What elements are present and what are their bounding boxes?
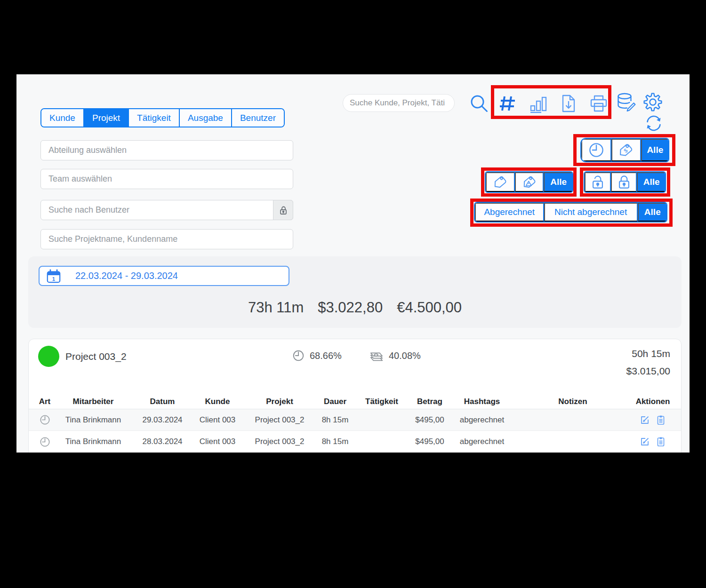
- entry-type-toggle: $ Alle: [580, 138, 669, 162]
- cell-datum: 28.03.2024: [131, 437, 193, 446]
- clock-icon: [39, 436, 51, 448]
- cell-datum: 29.03.2024: [131, 415, 193, 425]
- all-label: Alle: [643, 177, 660, 187]
- user-search-input[interactable]: [40, 200, 293, 220]
- gear-icon[interactable]: [642, 91, 664, 113]
- price-tag-warning-icon: [521, 173, 538, 191]
- money-stack-icon: [369, 349, 385, 363]
- all-label: Alle: [550, 177, 567, 187]
- team-select-input[interactable]: [40, 169, 293, 189]
- col-datum: Datum: [131, 397, 193, 406]
- project-total-amount: $3.015,00: [626, 362, 670, 380]
- price-tag-dollar-icon: $: [617, 141, 635, 159]
- refresh-icon[interactable]: [644, 114, 663, 133]
- filter-hashtag-all-button[interactable]: Alle: [544, 172, 572, 192]
- app-window: Kunde Projekt Tätigkeit Ausgabe Benutzer: [16, 74, 690, 453]
- cell-hashtags: abgerechnet: [449, 437, 515, 446]
- col-dauer: Dauer: [318, 397, 353, 406]
- budget-percent-value: 40.08%: [389, 350, 421, 361]
- svg-text:1: 1: [52, 276, 55, 281]
- tab-taetigkeit[interactable]: Tätigkeit: [129, 109, 180, 127]
- all-label: Alle: [647, 145, 663, 155]
- clock-icon: [291, 349, 305, 363]
- tab-benutzer[interactable]: Benutzer: [232, 109, 284, 127]
- col-kunde: Kunde: [193, 397, 241, 406]
- col-notizen: Notizen: [515, 397, 630, 406]
- filter-time-entries-button[interactable]: [581, 139, 611, 161]
- print-icon[interactable]: [588, 93, 609, 114]
- project-card: Project 003_2 68.66% 40.08% 50h 15m $3.0…: [28, 339, 682, 453]
- user-search-field: [40, 200, 293, 220]
- filter-lock-all-button[interactable]: Alle: [637, 172, 665, 192]
- cell-projekt: Project 003_2: [241, 437, 318, 446]
- summary-total-usd: $3.022,80: [318, 299, 383, 316]
- filter-billing-all-button[interactable]: Alle: [638, 203, 666, 222]
- col-mitarbeiter: Mitarbeiter: [55, 397, 131, 406]
- table-header: Art Mitarbeiter Datum Kunde Projekt Daue…: [29, 395, 681, 409]
- lock-open-icon: [589, 174, 606, 191]
- project-time-percent-stat: 68.66%: [291, 349, 342, 363]
- tab-projekt[interactable]: Projekt: [84, 109, 129, 127]
- hashtag-toggle: Alle: [485, 171, 573, 193]
- col-taetigkeit: Tätigkeit: [353, 397, 411, 406]
- bar-chart-icon[interactable]: [529, 93, 549, 114]
- project-name: Project 003_2: [65, 346, 127, 367]
- tab-kunde[interactable]: Kunde: [41, 109, 84, 127]
- table-row: Tina Brinkmann 29.03.2024 Client 003 Pro…: [29, 409, 681, 431]
- cell-hashtags: abgerechnet: [449, 415, 515, 425]
- summary-panel: 1 22.03.2024 - 29.03.2024 73h 11m $3.022…: [28, 256, 682, 328]
- project-totals: 50h 15m $3.015,00: [626, 345, 670, 380]
- entity-tabs: Kunde Projekt Tätigkeit Ausgabe Benutzer: [40, 108, 285, 127]
- filter-untagged-button[interactable]: [515, 172, 544, 192]
- filter-type-all-button[interactable]: Alle: [641, 139, 668, 161]
- date-range-value: 22.03.2024 - 29.03.2024: [75, 270, 178, 281]
- project-status-dot: [38, 346, 59, 367]
- not-billed-label: Nicht abgerechnet: [554, 207, 627, 217]
- cell-mitarbeiter: Tina Brinkmann: [55, 415, 131, 425]
- department-select-input[interactable]: [40, 140, 293, 160]
- cell-mitarbeiter: Tina Brinkmann: [55, 437, 131, 446]
- cell-betrag: $495,00: [411, 415, 449, 425]
- project-total-duration: 50h 15m: [626, 345, 670, 362]
- cell-projekt: Project 003_2: [241, 415, 318, 425]
- date-range-button[interactable]: 1 22.03.2024 - 29.03.2024: [39, 266, 289, 286]
- cell-kunde: Client 003: [193, 415, 241, 425]
- col-art: Art: [34, 397, 55, 406]
- table-row: Tina Brinkmann 28.03.2024 Client 003 Pro…: [29, 431, 681, 453]
- cell-betrag: $495,00: [411, 437, 449, 446]
- filter-expense-entries-button[interactable]: $: [611, 139, 641, 161]
- calendar-icon: 1: [46, 269, 61, 284]
- database-edit-icon[interactable]: [615, 92, 637, 113]
- filter-not-billed-button[interactable]: Nicht abgerechnet: [544, 203, 638, 222]
- time-percent-value: 68.66%: [310, 350, 342, 361]
- hashtag-icon[interactable]: [497, 93, 518, 114]
- user-lock-addon[interactable]: [273, 200, 293, 220]
- summary-total-eur: €4.500,00: [397, 299, 462, 316]
- edit-entry-icon[interactable]: [639, 436, 650, 447]
- edit-entry-icon[interactable]: [639, 414, 650, 426]
- search-icon[interactable]: [469, 93, 489, 114]
- lock-toggle: Alle: [584, 171, 666, 193]
- filter-unlocked-button[interactable]: [585, 172, 611, 192]
- col-hashtags: Hashtags: [449, 397, 515, 406]
- global-search-input[interactable]: [343, 94, 455, 112]
- cell-kunde: Client 003: [193, 437, 241, 446]
- clock-icon: [587, 141, 606, 159]
- cell-dauer: 8h 15m: [318, 415, 353, 425]
- copy-entry-icon[interactable]: [655, 436, 666, 447]
- project-search-input[interactable]: [40, 229, 293, 249]
- billing-toggle: Abgerechnet Nicht abgerechnet Alle: [474, 202, 667, 222]
- filter-tagged-button[interactable]: [486, 172, 515, 192]
- price-tag-icon: [491, 173, 509, 191]
- summary-totals: 73h 11m $3.022,80 €4.500,00: [28, 299, 682, 316]
- clock-icon: [39, 413, 51, 426]
- export-file-icon[interactable]: [558, 93, 579, 114]
- summary-total-duration: 73h 11m: [248, 299, 304, 316]
- copy-entry-icon[interactable]: [655, 414, 666, 426]
- col-betrag: Betrag: [411, 397, 449, 406]
- tab-ausgabe[interactable]: Ausgabe: [180, 109, 232, 127]
- col-aktionen: Aktionen: [630, 397, 675, 406]
- filter-billed-button[interactable]: Abgerechnet: [475, 203, 544, 222]
- billed-label: Abgerechnet: [484, 207, 535, 217]
- filter-locked-button[interactable]: [611, 172, 637, 192]
